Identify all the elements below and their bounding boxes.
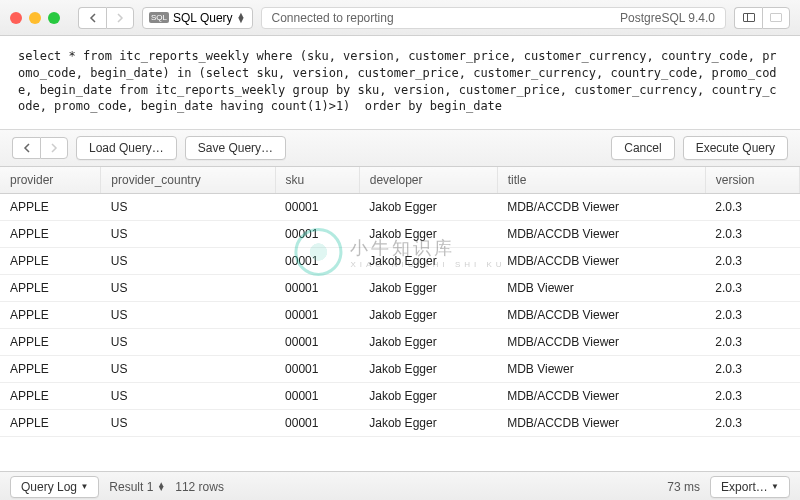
column-header[interactable]: provider bbox=[0, 167, 101, 194]
sql-editor[interactable]: select * from itc_reports_weekly where (… bbox=[0, 36, 800, 129]
table-cell: 2.0.3 bbox=[705, 248, 799, 275]
table-cell: 2.0.3 bbox=[705, 275, 799, 302]
table-cell: MDB/ACCDB Viewer bbox=[497, 329, 705, 356]
table-cell: Jakob Egger bbox=[359, 221, 497, 248]
table-cell: Jakob Egger bbox=[359, 275, 497, 302]
table-cell: Jakob Egger bbox=[359, 410, 497, 437]
table-row[interactable]: APPLEUS00001Jakob EggerMDB/ACCDB Viewer2… bbox=[0, 194, 800, 221]
column-header[interactable]: title bbox=[497, 167, 705, 194]
table-cell: US bbox=[101, 194, 275, 221]
split-view-button[interactable] bbox=[734, 7, 762, 29]
next-result-button[interactable] bbox=[40, 137, 68, 159]
window-titlebar: SQL SQL Query ▲▼ Connected to reporting … bbox=[0, 0, 800, 36]
table-cell: MDB Viewer bbox=[497, 356, 705, 383]
cancel-button[interactable]: Cancel bbox=[611, 136, 674, 160]
table-cell: MDB/ACCDB Viewer bbox=[497, 248, 705, 275]
query-type-selector[interactable]: SQL SQL Query ▲▼ bbox=[142, 7, 253, 29]
forward-button[interactable] bbox=[106, 7, 134, 29]
table-cell: Jakob Egger bbox=[359, 356, 497, 383]
query-log-button[interactable]: Query Log ▼ bbox=[10, 476, 99, 498]
table-cell: 00001 bbox=[275, 221, 359, 248]
table-cell: 2.0.3 bbox=[705, 221, 799, 248]
zoom-icon[interactable] bbox=[48, 12, 60, 24]
prev-result-button[interactable] bbox=[12, 137, 40, 159]
table-cell: MDB/ACCDB Viewer bbox=[497, 221, 705, 248]
back-button[interactable] bbox=[78, 7, 106, 29]
table-cell: Jakob Egger bbox=[359, 329, 497, 356]
column-header[interactable]: provider_country bbox=[101, 167, 275, 194]
table-cell: MDB/ACCDB Viewer bbox=[497, 302, 705, 329]
table-cell: Jakob Egger bbox=[359, 383, 497, 410]
table-cell: US bbox=[101, 329, 275, 356]
row-count-label: 112 rows bbox=[175, 480, 224, 494]
chevron-down-icon: ▼ bbox=[771, 482, 779, 491]
table-cell: 00001 bbox=[275, 329, 359, 356]
table-cell: MDB/ACCDB Viewer bbox=[497, 383, 705, 410]
table-row[interactable]: APPLEUS00001Jakob EggerMDB/ACCDB Viewer2… bbox=[0, 329, 800, 356]
traffic-lights bbox=[10, 12, 60, 24]
table-cell: APPLE bbox=[0, 221, 101, 248]
table-cell: APPLE bbox=[0, 356, 101, 383]
table-cell: 00001 bbox=[275, 275, 359, 302]
table-cell: APPLE bbox=[0, 329, 101, 356]
history-nav bbox=[78, 7, 134, 29]
table-cell: MDB Viewer bbox=[497, 275, 705, 302]
table-row[interactable]: APPLEUS00001Jakob EggerMDB/ACCDB Viewer2… bbox=[0, 383, 800, 410]
chevron-updown-icon: ▲▼ bbox=[237, 13, 246, 23]
view-mode-segment bbox=[734, 7, 790, 29]
column-header[interactable]: developer bbox=[359, 167, 497, 194]
execute-query-button[interactable]: Execute Query bbox=[683, 136, 788, 160]
table-cell: US bbox=[101, 302, 275, 329]
table-row[interactable]: APPLEUS00001Jakob EggerMDB Viewer2.0.3 bbox=[0, 356, 800, 383]
timing-label: 73 ms bbox=[667, 480, 700, 494]
connection-label: Connected to reporting bbox=[272, 11, 394, 25]
table-cell: US bbox=[101, 356, 275, 383]
table-cell: Jakob Egger bbox=[359, 194, 497, 221]
split-pane-icon bbox=[743, 13, 755, 22]
table-cell: US bbox=[101, 221, 275, 248]
single-view-button[interactable] bbox=[762, 7, 790, 29]
table-cell: MDB/ACCDB Viewer bbox=[497, 410, 705, 437]
table-cell: 00001 bbox=[275, 410, 359, 437]
table-cell: 00001 bbox=[275, 248, 359, 275]
table-cell: 00001 bbox=[275, 302, 359, 329]
table-cell: 00001 bbox=[275, 383, 359, 410]
load-query-button[interactable]: Load Query… bbox=[76, 136, 177, 160]
table-cell: US bbox=[101, 275, 275, 302]
table-cell: 2.0.3 bbox=[705, 302, 799, 329]
table-cell: US bbox=[101, 248, 275, 275]
table-row[interactable]: APPLEUS00001Jakob EggerMDB/ACCDB Viewer2… bbox=[0, 221, 800, 248]
query-toolbar: Load Query… Save Query… Cancel Execute Q… bbox=[0, 129, 800, 167]
table-cell: APPLE bbox=[0, 194, 101, 221]
minimize-icon[interactable] bbox=[29, 12, 41, 24]
table-cell: APPLE bbox=[0, 275, 101, 302]
result-selector[interactable]: Result 1 ▲▼ bbox=[109, 480, 165, 494]
column-header[interactable]: sku bbox=[275, 167, 359, 194]
connection-status: Connected to reporting PostgreSQL 9.4.0 bbox=[261, 7, 726, 29]
table-cell: APPLE bbox=[0, 248, 101, 275]
table-cell: Jakob Egger bbox=[359, 248, 497, 275]
table-cell: MDB/ACCDB Viewer bbox=[497, 194, 705, 221]
table-cell: US bbox=[101, 410, 275, 437]
table-cell: 00001 bbox=[275, 356, 359, 383]
result-nav bbox=[12, 137, 68, 159]
table-row[interactable]: APPLEUS00001Jakob EggerMDB/ACCDB Viewer2… bbox=[0, 410, 800, 437]
table-cell: APPLE bbox=[0, 410, 101, 437]
column-header[interactable]: version bbox=[705, 167, 799, 194]
results-grid[interactable]: providerprovider_countryskudevelopertitl… bbox=[0, 167, 800, 471]
table-cell: 2.0.3 bbox=[705, 329, 799, 356]
table-cell: US bbox=[101, 383, 275, 410]
query-type-label: SQL Query bbox=[173, 11, 233, 25]
table-row[interactable]: APPLEUS00001Jakob EggerMDB/ACCDB Viewer2… bbox=[0, 248, 800, 275]
table-cell: 2.0.3 bbox=[705, 356, 799, 383]
save-query-button[interactable]: Save Query… bbox=[185, 136, 286, 160]
table-row[interactable]: APPLEUS00001Jakob EggerMDB/ACCDB Viewer2… bbox=[0, 302, 800, 329]
table-row[interactable]: APPLEUS00001Jakob EggerMDB Viewer2.0.3 bbox=[0, 275, 800, 302]
export-button[interactable]: Export… ▼ bbox=[710, 476, 790, 498]
table-cell: APPLE bbox=[0, 302, 101, 329]
close-icon[interactable] bbox=[10, 12, 22, 24]
db-version-label: PostgreSQL 9.4.0 bbox=[620, 11, 715, 25]
chevron-down-icon: ▼ bbox=[80, 482, 88, 491]
table-cell: Jakob Egger bbox=[359, 302, 497, 329]
table-cell: 00001 bbox=[275, 194, 359, 221]
